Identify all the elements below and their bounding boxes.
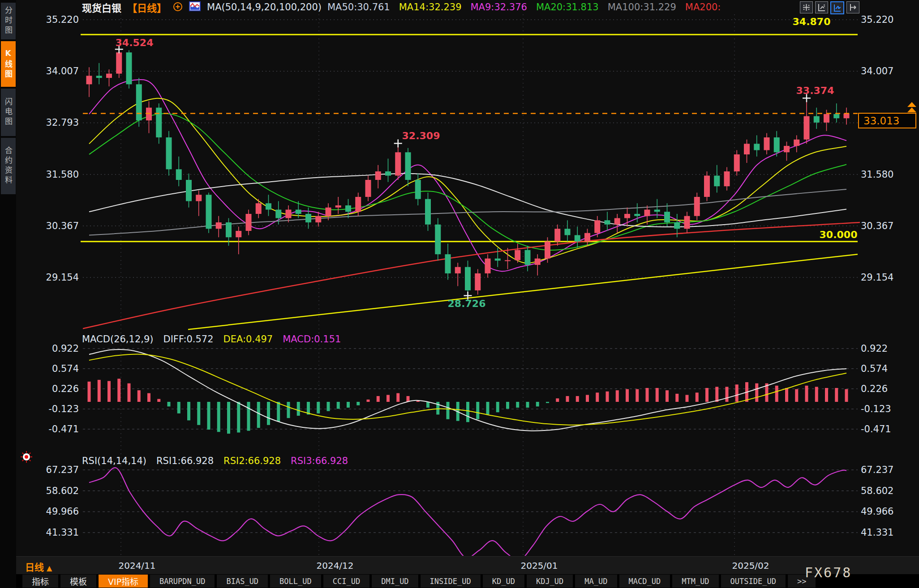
axis-tick-label: -0.471 bbox=[861, 424, 891, 435]
right-scale-tool-icon[interactable] bbox=[830, 1, 844, 14]
current-price-box: 33.013 bbox=[858, 113, 916, 128]
axis-tick-label: 0.226 bbox=[0, 383, 79, 394]
add-overlay-icon[interactable] bbox=[172, 1, 183, 13]
date-axis-label: 2024/11 bbox=[118, 560, 155, 571]
extreme-cross-marker bbox=[394, 139, 402, 147]
chart-toolbar bbox=[800, 1, 859, 14]
axis-tick-label: 0.574 bbox=[0, 363, 79, 374]
timeframe-selector[interactable]: 日线▲ bbox=[25, 560, 52, 573]
trading-terminal: 分时图K线图闪电图合约资料 现货白银 【日线】 MA(50,14,9,20,10… bbox=[0, 0, 919, 588]
axis-tick-label: 35.220 bbox=[0, 14, 79, 25]
axis-tick-label: 49.966 bbox=[0, 506, 79, 517]
indicator-tab[interactable]: BARUPDN_UD bbox=[150, 575, 215, 588]
axis-tick-label: 35.220 bbox=[861, 14, 893, 25]
axis-tick-label: 31.580 bbox=[0, 169, 79, 180]
indicator-tab[interactable]: MTM_UD bbox=[672, 575, 718, 588]
axis-tick-label: 49.966 bbox=[861, 506, 893, 517]
axis-tick-label: -0.123 bbox=[861, 404, 891, 414]
indicator-tab-bar: 指标模板VIP指标BARUPDN_UDBIAS_UDBOLL_UDCCI_UDD… bbox=[16, 574, 919, 588]
indicator-value-label: RSI3:66.928 bbox=[291, 456, 348, 466]
indicator-value-label: RSI2:66.928 bbox=[223, 456, 281, 466]
indicator-tab[interactable]: 指标 bbox=[22, 575, 58, 588]
indicator-value-label: MACD(26,12,9) bbox=[82, 334, 154, 345]
axis-tick-label: 41.331 bbox=[861, 527, 893, 538]
indicator-value-label: DEA:0.497 bbox=[223, 334, 273, 345]
axis-tick-label: 31.580 bbox=[861, 169, 893, 180]
indicator-tab[interactable]: INSIDE_UD bbox=[421, 575, 481, 588]
indicator-tab[interactable]: CCI_UD bbox=[323, 575, 369, 588]
axis-tick-label: -0.471 bbox=[0, 424, 79, 435]
price-annotation: 34.870 bbox=[793, 16, 831, 27]
date-axis-label: 2025/01 bbox=[520, 560, 558, 571]
ma-value-label: MA100:31.229 bbox=[608, 2, 676, 13]
axis-tick-label: 29.154 bbox=[0, 272, 79, 283]
axis-tick-label: 34.007 bbox=[0, 66, 79, 77]
price-annotation: 34.524 bbox=[116, 37, 154, 48]
axis-tick-label: 0.922 bbox=[861, 343, 888, 354]
indicator-tab[interactable]: KD_UD bbox=[483, 575, 524, 588]
ma-value-label: MA20:31.813 bbox=[536, 2, 599, 13]
left-scale-tool-icon[interactable] bbox=[815, 1, 828, 13]
axis-tick-label: 30.367 bbox=[861, 221, 893, 231]
axis-tick-label: 58.602 bbox=[861, 486, 893, 496]
axis-tick-label: 67.237 bbox=[0, 464, 79, 475]
ma-value-label: MA9:32.376 bbox=[471, 2, 527, 13]
axis-tick-label: 29.154 bbox=[861, 272, 893, 283]
rsi-header: RSI(14,14,14)RSI1:66.928RSI2:66.928RSI3:… bbox=[82, 456, 348, 466]
alert-blink-icon[interactable] bbox=[20, 450, 33, 465]
ma-values: MA50:30.761MA14:32.239MA9:32.376MA20:31.… bbox=[327, 2, 721, 13]
date-axis-label: 2024/12 bbox=[316, 560, 353, 571]
ma-settings-label: MA(50,14,9,20,100,200) bbox=[207, 2, 322, 13]
axis-tick-label: 67.237 bbox=[861, 464, 893, 475]
indicator-value-label: DIFF:0.572 bbox=[163, 334, 214, 345]
indicator-tab[interactable]: MACD_UD bbox=[619, 575, 670, 588]
ma-value-label: MA14:32.239 bbox=[399, 2, 462, 13]
axis-tick-label: 41.331 bbox=[0, 527, 79, 538]
macd-header: MACD(26,12,9)DIFF:0.572DEA:0.497MACD:0.1… bbox=[82, 334, 341, 345]
axis-tick-label: 0.226 bbox=[861, 383, 888, 394]
price-annotation: 30.000 bbox=[820, 229, 858, 240]
crosshair-tool-icon[interactable] bbox=[800, 1, 813, 13]
axis-tick-label: 0.574 bbox=[861, 363, 888, 374]
axis-tick-label: -0.123 bbox=[0, 404, 79, 414]
price-annotation: 32.309 bbox=[402, 130, 440, 141]
timeframe-tag: 【日线】 bbox=[127, 0, 167, 14]
indicator-tab[interactable]: BIAS_UD bbox=[217, 575, 268, 588]
pane-shift-tool-icon[interactable] bbox=[846, 1, 859, 13]
indicator-value-label: RSI(14,14,14) bbox=[82, 456, 146, 466]
indicator-tab[interactable]: DMI_UD bbox=[372, 575, 418, 588]
ma-value-label: MA50:30.761 bbox=[327, 2, 390, 13]
indicator-tab[interactable]: BOLL_UD bbox=[270, 575, 321, 588]
axis-tick-label: 32.793 bbox=[0, 117, 79, 128]
price-annotation: 33.374 bbox=[796, 85, 834, 96]
watermark: FX678 bbox=[805, 565, 852, 580]
indicator-tab[interactable]: 模板 bbox=[60, 575, 96, 588]
indicator-tab[interactable]: VIP指标 bbox=[99, 575, 148, 588]
axis-tick-label: 30.367 bbox=[0, 221, 79, 231]
indicator-tab[interactable]: OUTSIDE_UD bbox=[721, 575, 786, 588]
axis-tick-label: 0.922 bbox=[0, 343, 79, 354]
chart-header: 现货白银 【日线】 MA(50,14,9,20,100,200) MA50:30… bbox=[82, 0, 721, 14]
chart-canvas[interactable] bbox=[0, 0, 919, 588]
indicator-tab[interactable]: MA_UD bbox=[575, 575, 617, 588]
price-up-arrow-icon bbox=[907, 102, 916, 107]
time-axis-row: 日线▲ 2024/112024/122025/012025/02 bbox=[16, 556, 919, 575]
indicator-tab[interactable]: KDJ_UD bbox=[527, 575, 573, 588]
indicator-chart-icon[interactable] bbox=[189, 1, 201, 13]
indicator-value-label: MACD:0.151 bbox=[283, 334, 341, 345]
price-up-arrow-icon bbox=[907, 107, 916, 112]
ma-value-label: MA200: bbox=[685, 2, 721, 13]
indicator-value-label: RSI1:66.928 bbox=[156, 456, 214, 466]
axis-tick-label: 58.602 bbox=[0, 486, 79, 496]
symbol-name: 现货白银 bbox=[82, 0, 121, 14]
axis-tick-label: 34.007 bbox=[861, 66, 893, 77]
price-annotation: 28.726 bbox=[448, 298, 486, 309]
up-triangle-icon: ▲ bbox=[47, 564, 52, 572]
date-axis-label: 2025/02 bbox=[732, 560, 769, 571]
current-price-value: 33.013 bbox=[863, 115, 899, 127]
